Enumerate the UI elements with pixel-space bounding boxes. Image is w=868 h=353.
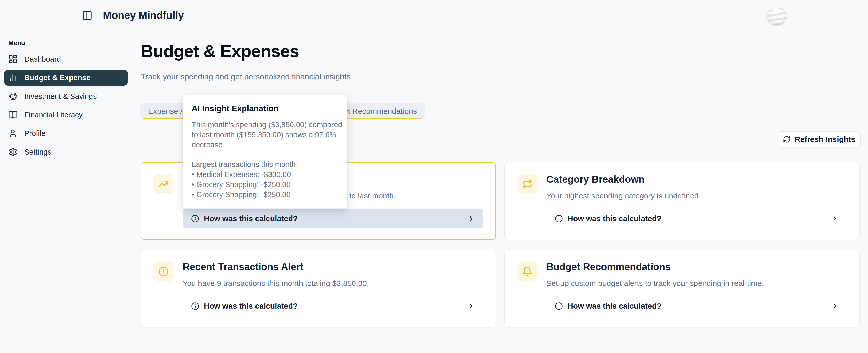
sidebar-item-dashboard[interactable]: Dashboard bbox=[4, 51, 128, 67]
page-subtitle: Track your spending and get personalized… bbox=[141, 72, 350, 81]
book-open-icon bbox=[8, 110, 18, 119]
card-title: Budget Recommendations bbox=[547, 261, 847, 273]
refresh-icon bbox=[783, 136, 790, 143]
chevron-right-icon bbox=[468, 303, 475, 310]
card-description: You have 9 transactions this month total… bbox=[183, 279, 483, 288]
insight-card-category-breakdown: Category Breakdown Your highest spending… bbox=[504, 162, 860, 240]
app-header: Money Mindfully bbox=[0, 0, 868, 31]
sidebar-item-budget-expense[interactable]: Budget & Expense bbox=[4, 70, 128, 86]
sidebar-item-label: Financial Literacy bbox=[24, 111, 83, 119]
how-calculated-label: How was this calculated? bbox=[567, 302, 661, 310]
sidebar-item-label: Investment & Savings bbox=[24, 92, 97, 101]
panel-left-icon bbox=[82, 10, 92, 21]
sidebar-item-settings[interactable]: Settings bbox=[4, 144, 128, 160]
repeat-icon bbox=[517, 174, 537, 194]
how-calculated-label: How was this calculated? bbox=[204, 302, 298, 310]
chevron-right-icon bbox=[468, 215, 475, 222]
info-icon bbox=[555, 215, 563, 223]
insight-card-recent-transactions: Recent Transactions Alert You have 9 tra… bbox=[141, 250, 496, 327]
chevron-right-icon bbox=[831, 303, 839, 310]
card-title: Recent Transactions Alert bbox=[183, 261, 483, 273]
alert-circle-icon bbox=[153, 261, 174, 282]
app-title: Money Mindfully bbox=[103, 9, 184, 22]
chevron-right-icon bbox=[831, 215, 839, 222]
sidebar-item-investment-savings[interactable]: Investment & Savings bbox=[4, 88, 128, 104]
ai-insight-tooltip: AI Insight Explanation This month's spen… bbox=[183, 95, 347, 209]
how-calculated-button[interactable]: How was this calculated? bbox=[183, 296, 483, 316]
avatar[interactable] bbox=[766, 5, 787, 26]
card-description: Your highest spending category is undefi… bbox=[547, 191, 847, 201]
how-calculated-label: How was this calculated? bbox=[567, 214, 661, 223]
sidebar-toggle-button[interactable] bbox=[82, 10, 92, 21]
page-title: Budget & Expenses bbox=[141, 41, 299, 62]
sidebar-item-profile[interactable]: Profile bbox=[4, 126, 128, 141]
card-description: Set up custom budget alerts to track you… bbox=[547, 279, 847, 288]
gear-icon bbox=[8, 147, 18, 156]
insight-card-budget-recommendations: Budget Recommendations Set up custom bud… bbox=[504, 250, 860, 327]
tooltip-title: AI Insight Explanation bbox=[192, 104, 338, 113]
refresh-insights-label: Refresh Insights bbox=[795, 135, 855, 144]
info-icon bbox=[555, 302, 563, 310]
dashboard-icon bbox=[8, 55, 18, 64]
sidebar: Menu Dashboard Budget & Expense Investme… bbox=[0, 32, 132, 353]
trending-up-icon bbox=[153, 174, 174, 194]
refresh-insights-button[interactable]: Refresh Insights bbox=[778, 131, 861, 147]
tooltip-paragraph-2: Largest transactions this month: • Medic… bbox=[192, 160, 338, 200]
sidebar-item-label: Dashboard bbox=[24, 55, 61, 64]
how-calculated-label: How was this calculated? bbox=[204, 214, 298, 223]
sidebar-item-financial-literacy[interactable]: Financial Literacy bbox=[4, 107, 128, 123]
piggy-bank-icon bbox=[8, 92, 18, 101]
how-calculated-button[interactable]: How was this calculated? bbox=[547, 296, 847, 316]
sidebar-item-label: Settings bbox=[24, 148, 52, 156]
info-icon bbox=[191, 302, 199, 310]
bell-icon bbox=[517, 261, 537, 282]
sidebar-nav: Dashboard Budget & Expense Investment & … bbox=[4, 51, 128, 163]
how-calculated-button[interactable]: How was this calculated? bbox=[547, 209, 847, 228]
sidebar-item-label: Budget & Expense bbox=[24, 74, 90, 82]
sidebar-item-label: Profile bbox=[24, 129, 45, 138]
user-icon bbox=[8, 129, 18, 138]
how-calculated-button[interactable]: How was this calculated? bbox=[183, 209, 483, 228]
bar-chart-icon bbox=[8, 73, 18, 82]
tooltip-paragraph-1: This month's spending ($3,850.00) compar… bbox=[192, 120, 338, 150]
card-title: Category Breakdown bbox=[547, 174, 847, 185]
info-icon bbox=[191, 215, 199, 223]
sidebar-menu-label: Menu bbox=[8, 39, 25, 47]
